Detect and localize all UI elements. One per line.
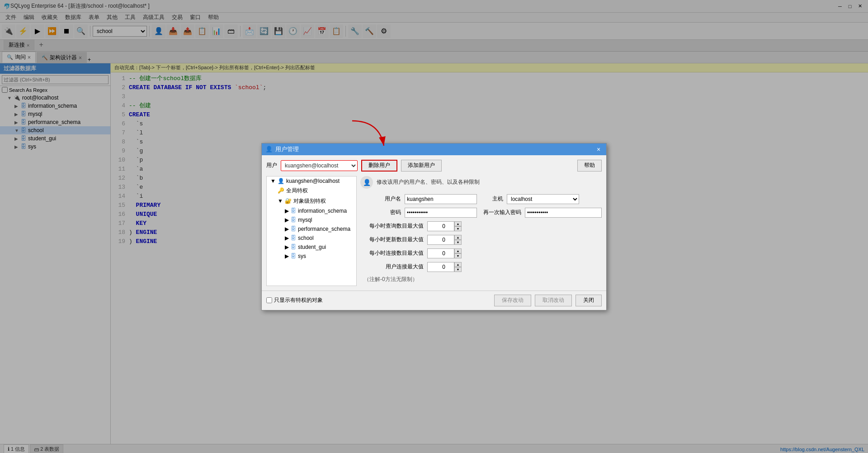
max-queries-up[interactable]: ▲ [454,221,462,226]
footer-left: 只显示有特权的对象 [266,296,323,304]
user-label: 用户 [266,162,277,169]
max-queries-down[interactable]: ▼ [454,226,462,231]
modal-tree: ▼ 👤 kuangshen@localhost 🔑 全局特权 ▼ 🔐 对象级别特… [266,176,357,286]
cancel-button[interactable]: 取消改动 [535,295,572,306]
help-button[interactable]: 帮助 [577,160,602,172]
db-icon: 🗄 [291,226,296,232]
password-input[interactable] [405,208,477,218]
desc-icon: 👤 [360,176,373,189]
repassword-input[interactable] [525,208,602,218]
db-label: information_schema [298,208,347,214]
max-updates-down[interactable]: ▼ [454,240,462,245]
max-updates-input[interactable] [427,235,454,245]
username-input[interactable] [405,194,477,204]
expand-icon: ▶ [285,253,289,259]
spinner-btns: ▲ ▼ [454,221,462,231]
desc-text: 修改该用户的用户名、密码、以及各种限制 [377,178,480,186]
max-user-conn-row: 用户连接最大值 ▲ ▼ [360,262,602,272]
obj-priv-icon: 🔐 [285,198,292,204]
max-user-conn-input[interactable] [427,262,454,272]
add-user-button[interactable]: 添加新用户 [401,160,442,172]
repassword-label: 再一次输入密码 [481,209,521,216]
tree-db-info-schema[interactable]: ▶ 🗄 information_schema [267,206,356,215]
modal-form: 👤 修改该用户的用户名、密码、以及各种限制 用户名 主机 localhost [360,176,602,286]
user-management-modal: 👤 用户管理 × 用户 kuangshen@localhost 删除用户 添加新… [261,143,607,310]
modal-note: （注解-0方法无限制） [360,276,602,283]
max-updates-row: 每小时更新数目最大值 ▲ ▼ [360,235,602,245]
host-select[interactable]: localhost [507,194,579,204]
tree-db-sys[interactable]: ▶ 🗄 sys [267,252,356,261]
delete-user-button[interactable]: 删除用户 [361,160,397,172]
modal-footer: 只显示有特权的对象 保存改动 取消改动 关闭 [262,291,606,310]
global-priv-label: 全局特权 [286,187,308,195]
db-icon: 🗄 [291,253,296,259]
max-updates-label: 每小时更新数目最大值 [360,236,424,243]
db-icon: 🗄 [291,208,296,214]
close-modal-button[interactable]: 关闭 [576,295,602,306]
modal-body: 用户 kuangshen@localhost 删除用户 添加新用户 帮助 ▼ 👤… [262,155,606,291]
max-queries-row: 每小时查询数目最大值 ▲ ▼ [360,221,602,231]
max-user-conn-down[interactable]: ▼ [454,267,462,272]
tree-global-priv[interactable]: 🔑 全局特权 [267,186,356,196]
max-queries-spinner: ▲ ▼ [427,221,462,231]
user-root-label: kuangshen@localhost [286,178,340,184]
spinner-btns: ▲ ▼ [454,235,462,245]
tree-user-root[interactable]: ▼ 👤 kuangshen@localhost [267,176,356,186]
user-icon: 👤 [278,178,284,184]
host-label: 主机 [481,195,503,203]
db-icon: 🗄 [291,244,296,250]
max-connections-down[interactable]: ▼ [454,253,462,258]
max-user-conn-label: 用户连接最大值 [360,263,424,271]
max-connections-up[interactable]: ▲ [454,248,462,253]
expand-icon: ▶ [285,244,289,250]
expand-icon: ▶ [285,217,289,223]
max-connections-spinner: ▲ ▼ [427,248,462,258]
global-priv-icon: 🔑 [278,187,284,194]
tree-obj-priv-parent[interactable]: ▼ 🔐 对象级别特权 [267,196,356,206]
tree-db-mysql[interactable]: ▶ 🗄 mysql [267,215,356,224]
spinner-btns: ▲ ▼ [454,248,462,258]
expand-icon: ▼ [270,178,276,184]
db-label: sys [298,253,306,259]
expand-icon: ▶ [285,208,289,214]
max-queries-label: 每小时查询数目最大值 [360,222,424,230]
modal-title-bar: 👤 用户管理 × [262,143,606,155]
db-label: school [298,235,314,241]
modal-title: 用户管理 [275,145,299,153]
tree-db-perf[interactable]: ▶ 🗄 performance_schema [267,224,356,234]
tree-db-school[interactable]: ▶ 🗄 school [267,234,356,243]
obj-priv-label: 对象级别特权 [293,197,326,205]
spinner-btns: ▲ ▼ [454,262,462,272]
max-connections-label: 每小时连接数目最大值 [360,249,424,257]
db-label: mysql [298,217,312,223]
max-updates-spinner: ▲ ▼ [427,235,462,245]
user-select[interactable]: kuangshen@localhost [281,160,358,171]
username-row: 用户名 主机 localhost [360,194,602,204]
username-label: 用户名 [360,195,401,203]
password-label: 密码 [360,209,401,216]
password-row: 密码 再一次输入密码 [360,208,602,218]
modal-top-row: 用户 kuangshen@localhost 删除用户 添加新用户 帮助 [266,160,602,172]
show-privileged-label: 只显示有特权的对象 [274,296,323,304]
modal-description: 👤 修改该用户的用户名、密码、以及各种限制 [360,176,602,189]
expand-icon: ▶ [285,235,289,241]
db-icon: 🗄 [291,235,296,241]
max-connections-row: 每小时连接数目最大值 ▲ ▼ [360,248,602,258]
tree-db-student[interactable]: ▶ 🗄 student_gui [267,243,356,252]
max-connections-input[interactable] [427,248,454,258]
expand-icon: ▼ [278,198,283,204]
max-updates-up[interactable]: ▲ [454,235,462,240]
max-user-conn-spinner: ▲ ▼ [427,262,462,272]
save-button[interactable]: 保存改动 [494,295,531,306]
expand-icon: ▶ [285,226,289,232]
db-label: student_gui [298,244,326,250]
max-user-conn-up[interactable]: ▲ [454,262,462,267]
modal-close-button[interactable]: × [594,145,603,153]
show-privileged-checkbox[interactable] [266,297,272,303]
modal-content: ▼ 👤 kuangshen@localhost 🔑 全局特权 ▼ 🔐 对象级别特… [266,176,602,286]
db-icon: 🗄 [291,217,296,223]
modal-user-icon: 👤 [265,146,273,153]
db-label: performance_schema [298,226,350,232]
max-queries-input[interactable] [427,221,454,231]
modal-overlay: 👤 用户管理 × 用户 kuangshen@localhost 删除用户 添加新… [0,0,868,453]
